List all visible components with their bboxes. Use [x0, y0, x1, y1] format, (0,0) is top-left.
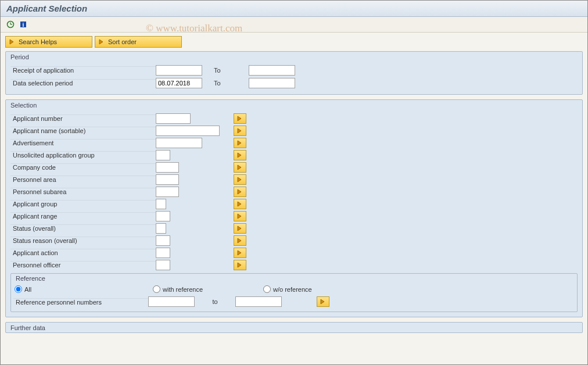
- selection-row: Company code: [10, 161, 578, 173]
- arrow-right-icon: [99, 39, 105, 45]
- selection-multi-button[interactable]: [234, 174, 246, 185]
- selection-multi-button[interactable]: [234, 138, 246, 148]
- reference-title: Reference: [11, 274, 577, 283]
- sort-order-button[interactable]: Sort order: [95, 36, 182, 48]
- selection-multi-button[interactable]: [234, 126, 246, 136]
- radio-with-reference[interactable]: with reference: [153, 285, 257, 293]
- arrow-right-icon: [9, 39, 15, 45]
- selection-multi-button[interactable]: [234, 150, 246, 160]
- selection-row-input[interactable]: [156, 199, 166, 209]
- ref-personnel-multi-button[interactable]: [317, 296, 329, 307]
- execute-icon[interactable]: [5, 19, 16, 30]
- receipt-to-input[interactable]: [249, 65, 295, 76]
- period-group: Period Receipt of application To Data se…: [5, 51, 583, 95]
- selection-row-input[interactable]: [156, 126, 220, 136]
- selection-row: Personnel officer: [10, 259, 578, 271]
- selection-row-input[interactable]: [156, 260, 170, 270]
- selection-row-input[interactable]: [156, 138, 202, 148]
- selection-row-label: Personnel subarea: [10, 188, 156, 195]
- selection-row: Applicant group: [10, 198, 578, 210]
- selection-row-label: Personnel officer: [10, 261, 156, 269]
- selection-row-input[interactable]: [156, 223, 166, 234]
- radio-without-input[interactable]: [263, 285, 271, 293]
- ref-personnel-label: Reference personnel numbers: [13, 298, 148, 306]
- selection-row: Personnel area: [10, 173, 578, 185]
- ref-personnel-to-input[interactable]: [235, 296, 282, 307]
- search-helps-button[interactable]: Search Helps: [5, 36, 92, 48]
- radio-with-input[interactable]: [153, 285, 160, 293]
- selection-row: Status (overall): [10, 222, 578, 234]
- app-toolbar: i: [1, 17, 587, 33]
- selection-row: Advertisement: [10, 137, 578, 149]
- data-selection-to-input[interactable]: [249, 78, 295, 88]
- radio-with-label: with reference: [163, 286, 203, 293]
- selection-row-label: Unsolicited application group: [10, 151, 156, 159]
- selection-group: Selection Applicant numberApplicant name…: [5, 99, 583, 317]
- selection-row-input[interactable]: [156, 248, 170, 258]
- selection-row-input[interactable]: [156, 162, 179, 173]
- selection-multi-button[interactable]: [234, 248, 246, 258]
- selection-row-label: Applicant range: [10, 212, 156, 220]
- selection-row-label: Applicant group: [10, 200, 156, 207]
- receipt-from-input[interactable]: [156, 65, 202, 76]
- info-icon[interactable]: i: [18, 19, 28, 30]
- receipt-to-label: To: [214, 67, 249, 74]
- receipt-label: Receipt of application: [10, 66, 156, 74]
- radio-without-label: w/o reference: [273, 286, 312, 293]
- selection-row: Applicant number: [10, 112, 578, 124]
- main-area: Search Helps Sort order Period Receipt o…: [1, 33, 587, 337]
- ref-personnel-from-input[interactable]: [148, 296, 195, 307]
- selection-row-input[interactable]: [156, 174, 179, 185]
- selection-row-input[interactable]: [156, 187, 179, 197]
- selection-multi-button[interactable]: [234, 113, 246, 124]
- reference-group: Reference All with reference: [10, 273, 578, 312]
- selection-row: Unsolicited application group: [10, 149, 578, 161]
- further-data-title: Further data: [6, 323, 582, 332]
- ref-personnel-to-label: to: [195, 298, 235, 305]
- sort-order-label: Sort order: [108, 38, 137, 45]
- selection-multi-button[interactable]: [234, 235, 246, 246]
- selection-row: Applicant range: [10, 210, 578, 222]
- data-selection-to-label: To: [214, 80, 249, 87]
- svg-text:i: i: [23, 22, 24, 28]
- radio-all[interactable]: All: [13, 285, 147, 293]
- selection-row-label: Status reason (overall): [10, 237, 156, 244]
- selection-row-input[interactable]: [156, 150, 170, 160]
- selection-row: Status reason (overall): [10, 234, 578, 246]
- further-data-group: Further data: [5, 322, 583, 333]
- selection-row-label: Advertisement: [10, 139, 156, 146]
- radio-without-reference[interactable]: w/o reference: [263, 285, 312, 293]
- selection-row: Applicant name (sortable): [10, 124, 578, 137]
- selection-row-label: Applicant name (sortable): [10, 127, 156, 134]
- period-title: Period: [6, 52, 582, 62]
- search-helps-label: Search Helps: [19, 38, 57, 45]
- period-row-receipt: Receipt of application To: [10, 64, 578, 76]
- titlebar: Applicant Selection: [1, 1, 587, 17]
- page-title: Applicant Selection: [6, 3, 582, 13]
- selection-multi-button[interactable]: [234, 211, 246, 221]
- selection-multi-button[interactable]: [234, 187, 246, 197]
- selection-row-label: Personnel area: [10, 176, 156, 183]
- selection-row-label: Status (overall): [10, 224, 156, 232]
- selection-title: Selection: [6, 100, 582, 110]
- selection-row-input[interactable]: [156, 113, 191, 124]
- selection-multi-button[interactable]: [234, 260, 246, 270]
- data-selection-from-input[interactable]: [156, 78, 202, 88]
- selection-row-input[interactable]: [156, 235, 170, 246]
- radio-all-input[interactable]: [15, 285, 22, 293]
- selection-multi-button[interactable]: [234, 162, 246, 173]
- radio-all-label: All: [24, 286, 31, 293]
- period-row-data-selection: Data selection period To: [10, 77, 578, 89]
- selection-row: Personnel subarea: [10, 185, 578, 198]
- data-selection-label: Data selection period: [10, 79, 156, 87]
- selection-multi-button[interactable]: [234, 199, 246, 209]
- selection-row-label: Applicant action: [10, 249, 156, 256]
- selection-row-label: Applicant number: [10, 114, 156, 122]
- selection-row: Applicant action: [10, 246, 578, 259]
- selection-row-input[interactable]: [156, 211, 170, 221]
- selection-multi-button[interactable]: [234, 223, 246, 234]
- selection-row-label: Company code: [10, 163, 156, 171]
